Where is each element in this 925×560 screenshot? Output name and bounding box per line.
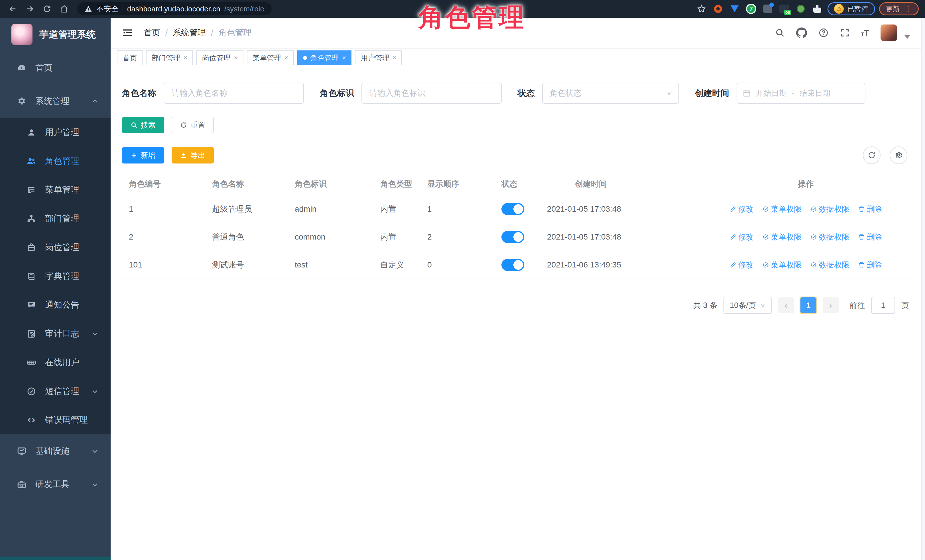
address-bar[interactable]: 不安全 dashboard.yudao.iocoder.cn /system/r… [77, 2, 272, 15]
github-icon[interactable] [796, 27, 807, 38]
col-header-type: 角色类型 [368, 179, 415, 189]
profile-paused-chip[interactable]: ☺ 已暂停 [827, 2, 875, 15]
sidebar-item-dictionary[interactable]: 字典管理 [0, 262, 111, 291]
menu-permission-link[interactable]: 菜单权限 [762, 232, 801, 242]
breadcrumb: 首页 / 系统管理 / 角色管理 [144, 27, 252, 39]
avatar[interactable] [881, 24, 897, 41]
sidebar-item-infrastructure[interactable]: 基础设施 [0, 434, 111, 468]
sidebar-item-roles[interactable]: 角色管理 [0, 147, 111, 176]
breadcrumb-home[interactable]: 首页 [144, 27, 160, 39]
data-permission-link[interactable]: 数据权限 [810, 204, 850, 214]
tree-table-icon [26, 185, 36, 195]
font-size-icon[interactable]: тT [861, 28, 869, 38]
next-page-button[interactable]: › [823, 297, 839, 313]
back-icon[interactable] [6, 2, 20, 15]
prev-page-button[interactable]: ‹ [778, 297, 794, 313]
extension-green-circle-icon[interactable]: 7 [745, 3, 758, 15]
chevron-down-icon [91, 388, 99, 395]
close-icon[interactable]: × [285, 54, 288, 62]
breadcrumb-system[interactable]: 系统管理 [173, 27, 206, 39]
browser-update-button[interactable]: 更新 ⋮ [879, 2, 919, 15]
sidebar-item-sms[interactable]: 短信管理 [0, 377, 111, 405]
tab-posts[interactable]: 岗位管理× [196, 50, 243, 65]
toolbox-icon [17, 479, 27, 489]
extension-twin-icon[interactable] [761, 3, 774, 15]
home-icon[interactable] [57, 2, 71, 15]
forward-icon[interactable] [23, 2, 36, 15]
export-button[interactable]: 导出 [172, 147, 214, 164]
data-permission-link[interactable]: 数据权限 [810, 260, 850, 270]
extension-orange-icon[interactable] [712, 3, 724, 15]
reset-button[interactable]: 重置 [172, 117, 214, 133]
app-logo-row[interactable]: 芋道管理系统 [0, 18, 111, 51]
page-scrollbar[interactable] [921, 18, 925, 560]
delete-link[interactable]: 删除 [858, 260, 882, 270]
search-button[interactable]: 搜索 [122, 117, 164, 133]
end-date-placeholder: 结束日期 [800, 88, 830, 98]
tab-departments[interactable]: 部门管理× [146, 50, 193, 65]
sidebar-item-departments[interactable]: 部门管理 [0, 204, 111, 233]
col-header-sort: 显示顺序 [415, 179, 490, 189]
close-icon[interactable]: × [342, 54, 346, 62]
edit-link[interactable]: 修改 [730, 232, 754, 242]
tab-menus[interactable]: 菜单管理× [247, 50, 294, 65]
data-permission-link[interactable]: 数据权限 [810, 232, 850, 242]
current-page[interactable]: 1 [800, 297, 817, 313]
status-select[interactable]: 角色状态 ∨ [542, 83, 679, 104]
table-header-row: 角色编号 角色名称 角色标识 角色类型 显示顺序 状态 创建时间 操作 [117, 173, 912, 195]
tab-roles[interactable]: 角色管理× [297, 50, 352, 65]
menu-permission-link[interactable]: 菜单权限 [762, 260, 801, 270]
sidebar-item-menus[interactable]: 菜单管理 [0, 176, 111, 204]
sidebar-item-posts[interactable]: 岗位管理 [0, 233, 111, 262]
status-toggle[interactable] [502, 259, 524, 271]
tab-home[interactable]: 首页 [117, 50, 143, 65]
add-button[interactable]: 新增 [122, 147, 164, 164]
sidebar-item-users[interactable]: 用户管理 [0, 118, 111, 147]
peoples-icon [26, 156, 36, 166]
extensions-puzzle-icon[interactable] [811, 3, 824, 15]
header-search-icon[interactable] [775, 28, 785, 38]
reload-icon[interactable] [41, 2, 54, 15]
page-size-select[interactable]: 10条/页 ∨ [723, 297, 772, 314]
close-icon[interactable]: × [184, 54, 187, 62]
status-toggle[interactable] [502, 231, 524, 243]
delete-link[interactable]: 删除 [858, 232, 882, 242]
sidebar-item-audit-logs[interactable]: 审计日志 [0, 319, 111, 348]
extension-green-sprout-icon[interactable] [794, 3, 807, 15]
close-icon[interactable]: × [234, 54, 238, 62]
table-toolbar: 新增 导出 [117, 146, 912, 164]
help-icon[interactable] [818, 28, 829, 38]
table-row: 2 普通角色 common 内置 2 2021-01-05 17:03:48 修… [117, 223, 912, 251]
user-menu-caret-icon[interactable] [904, 35, 910, 39]
sidebar-item-label: 部门管理 [45, 213, 79, 224]
extension-dark-chip-icon[interactable]: on [778, 3, 791, 15]
date-range-picker[interactable]: 开始日期 - 结束日期 [737, 83, 865, 104]
sidebar-item-online-users[interactable]: 在线用户 [0, 348, 111, 377]
menu-permission-link[interactable]: 菜单权限 [762, 204, 801, 214]
delete-link[interactable]: 删除 [858, 204, 882, 214]
role-name-input[interactable] [164, 83, 304, 104]
sidebar-item-system[interactable]: 系统管理 [0, 85, 111, 118]
app-title: 芋道管理系统 [39, 28, 96, 41]
url-host: dashboard.yudao.iocoder.cn [127, 5, 220, 14]
browser-menu-icon[interactable]: ⋮ [904, 5, 912, 14]
fullscreen-icon[interactable] [840, 28, 850, 38]
sidebar-item-notices[interactable]: 通知公告 [0, 291, 111, 319]
sidebar-item-error-codes[interactable]: 错误码管理 [0, 405, 111, 434]
sidebar-item-dev-tools[interactable]: 研发工具 [0, 468, 111, 501]
edit-link[interactable]: 修改 [730, 204, 754, 214]
sidebar-toggle-icon[interactable] [121, 26, 134, 39]
column-settings-button[interactable] [890, 146, 907, 164]
role-key-input[interactable] [362, 83, 502, 104]
bookmark-star-icon[interactable] [695, 3, 708, 15]
status-toggle[interactable] [502, 203, 524, 215]
sidebar-item-home[interactable]: 首页 [0, 51, 111, 85]
refresh-table-button[interactable] [863, 146, 881, 164]
edit-link[interactable]: 修改 [730, 260, 754, 270]
goto-page-input[interactable] [871, 297, 895, 314]
online-icon [26, 357, 36, 368]
extension-gem-icon[interactable] [728, 3, 741, 15]
tab-users[interactable]: 用户管理× [355, 50, 402, 65]
profile-emoji-icon: ☺ [834, 4, 844, 14]
close-icon[interactable]: × [393, 54, 396, 62]
